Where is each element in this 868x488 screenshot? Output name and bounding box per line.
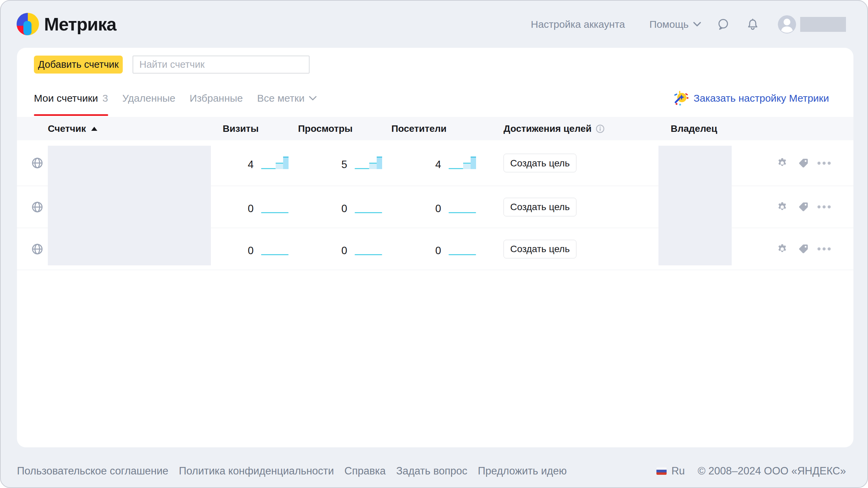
globe-icon [31,157,43,169]
owner-names-redacted [658,146,732,265]
language-label: Ru [671,465,685,477]
more-actions-icon[interactable] [817,203,831,210]
row-actions [776,201,831,213]
create-goal-button[interactable]: Создать цель [504,154,576,172]
visits-value: 0 [248,245,254,257]
column-visits[interactable]: Визиты [174,117,259,140]
counters-panel: Добавить счетчик Мои счетчики 3 Удаленны… [17,48,853,447]
pageviews-cell: 5 [300,155,382,171]
visitors-sparkline [449,200,476,213]
tag-label-icon[interactable] [798,202,809,212]
order-metrika-setup-link[interactable]: Заказать настройку Метрики [674,90,829,106]
visitors-cell: 0 [394,241,476,257]
table-header: Счетчик Визиты Просмотры Посетители Дост… [17,117,853,140]
top-nav: Настройка аккаунта Помощь [531,1,846,48]
visits-cell: 0 [207,241,289,257]
pageviews-sparkline [355,200,382,213]
help-menu[interactable]: Помощь [649,19,701,30]
pageviews-value: 0 [341,203,347,215]
column-pageviews[interactable]: Просмотры [268,117,353,140]
user-name-redacted [800,17,846,32]
help-label: Помощь [649,19,689,30]
column-visitors[interactable]: Посетители [362,117,447,140]
visitors-value: 0 [435,203,441,215]
info-icon[interactable] [596,124,605,133]
create-goal-button[interactable]: Создать цель [504,198,576,216]
chevron-down-icon [309,96,317,101]
language-switcher[interactable]: Ru [656,465,685,477]
notifications-bell-icon[interactable] [747,18,759,31]
visits-sparkline [261,242,289,255]
visits-sparkline [261,156,289,169]
settings-gear-icon[interactable] [776,157,788,169]
visitors-cell: 0 [394,199,476,215]
counters-table-body: 4 5 4 Создать цель [17,140,853,270]
pageviews-value: 5 [341,159,347,171]
metrika-logo[interactable]: Метрика [17,13,116,35]
my-counters-count-badge: 3 [102,93,108,104]
user-avatar[interactable] [778,15,796,34]
globe-icon [31,243,43,255]
column-goals: Достижения целей [504,117,605,140]
tab-favorites[interactable]: Избранные [190,86,243,116]
pageviews-cell: 0 [300,241,382,257]
visits-sparkline [261,200,289,213]
tab-deleted[interactable]: Удаленные [122,86,175,116]
order-setup-label: Заказать настройку Метрики [694,93,829,104]
footer-links: Пользовательское соглашение Политика кон… [17,465,567,477]
top-bar: Метрика Настройка аккаунта Помощь [1,1,867,48]
tab-my-counters[interactable]: Мои счетчики 3 [34,86,108,116]
footer-link-user-agreement[interactable]: Пользовательское соглашение [17,465,169,477]
tag-label-icon[interactable] [798,158,809,168]
copyright-text: © 2008–2024 ООО «ЯНДЕКС» [698,465,846,477]
more-actions-icon[interactable] [817,245,831,252]
russia-flag-icon [656,467,667,475]
page-footer: Пользовательское соглашение Политика кон… [17,465,846,477]
visits-cell: 4 [207,155,289,171]
visits-cell: 0 [207,199,289,215]
tab-my-counters-label: Мои счетчики [34,93,98,104]
sort-ascending-icon [91,127,97,131]
visitors-sparkline [449,156,476,169]
row-actions [776,157,831,169]
tabs-row: Мои счетчики 3 Удаленные Избранные Все м… [34,86,836,116]
column-counter[interactable]: Счетчик [48,117,97,140]
visits-value: 4 [248,159,254,171]
footer-link-ask-question[interactable]: Задать вопрос [396,465,467,477]
pageviews-cell: 0 [300,199,382,215]
settings-gear-icon[interactable] [776,201,788,213]
column-owner: Владелец [671,117,717,140]
more-actions-icon[interactable] [817,160,831,167]
create-goal-button[interactable]: Создать цель [504,240,576,258]
logo-title: Метрика [44,14,116,35]
visits-value: 0 [248,203,254,215]
chat-icon[interactable] [717,18,730,31]
row-actions [776,243,831,255]
visitors-sparkline [449,242,476,255]
chevron-down-icon [693,22,701,27]
account-settings-link[interactable]: Настройка аккаунта [531,19,625,30]
pageviews-sparkline [355,156,382,169]
visitors-cell: 4 [394,155,476,171]
pageviews-value: 0 [341,245,347,257]
metrika-logo-icon [17,13,39,35]
pageviews-sparkline [355,242,382,255]
visitors-value: 4 [435,159,441,171]
footer-link-help[interactable]: Справка [344,465,386,477]
counter-names-redacted [48,146,211,265]
add-counter-button[interactable]: Добавить счетчик [34,56,123,74]
all-labels-dropdown[interactable]: Все метки [257,86,317,116]
app-window: Метрика Настройка аккаунта Помощь Добави… [0,0,868,488]
visitors-value: 0 [435,245,441,257]
globe-icon [31,201,43,213]
settings-gear-icon[interactable] [776,243,788,255]
footer-link-suggest-idea[interactable]: Предложить идею [478,465,567,477]
tag-label-icon[interactable] [798,244,809,254]
footer-right: Ru © 2008–2024 ООО «ЯНДЕКС» [656,465,846,477]
magic-wand-icon [674,90,689,106]
footer-link-privacy-policy[interactable]: Политика конфиденциальности [179,465,334,477]
search-counter-input[interactable] [133,56,310,74]
